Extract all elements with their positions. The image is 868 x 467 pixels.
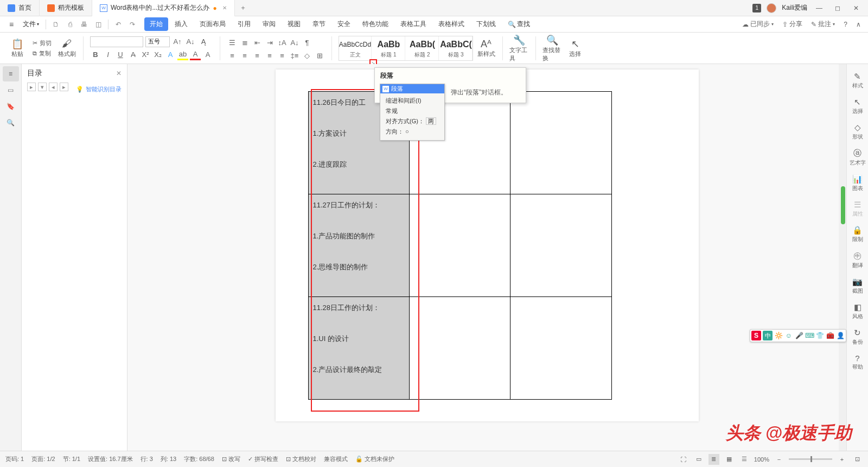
new-style-button[interactable]: Aᴬ新样式: [476, 38, 496, 58]
status-row[interactable]: 行: 3: [141, 455, 153, 463]
search-nav-button[interactable]: 🔍: [3, 115, 19, 130]
status-protect[interactable]: 🔓 文档未保护: [355, 455, 394, 463]
clear-format-icon[interactable]: Ą: [198, 36, 209, 47]
status-spell[interactable]: ✓ 拼写检查: [248, 455, 278, 463]
status-col[interactable]: 列: 13: [161, 455, 176, 463]
tab-start[interactable]: 开始: [144, 17, 168, 31]
rtool-help[interactable]: ?帮助: [850, 351, 866, 373]
notification-badge[interactable]: 1: [752, 4, 761, 12]
select-button[interactable]: ↖选择: [565, 38, 585, 58]
maximize-button[interactable]: ◻: [831, 2, 844, 15]
align-center-button[interactable]: ≡: [239, 51, 250, 61]
rtool-property[interactable]: ☰属性: [850, 198, 866, 220]
search-label[interactable]: 查找: [517, 20, 530, 29]
file-menu[interactable]: 文件▾: [20, 20, 42, 29]
tab-insert[interactable]: 插入: [169, 17, 193, 31]
scrollbar[interactable]: [839, 64, 846, 451]
reading-view-button[interactable]: ▭: [693, 454, 704, 465]
increase-font-icon[interactable]: A↑: [172, 36, 183, 47]
style-heading3[interactable]: AaBbC(标题 3: [440, 36, 473, 60]
ime-skin-icon[interactable]: 👕: [815, 331, 824, 340]
status-page[interactable]: 页码: 1: [5, 455, 24, 463]
underline-button[interactable]: U: [115, 49, 126, 60]
table-cell[interactable]: [510, 92, 611, 194]
copy-button[interactable]: ⧉复制: [30, 49, 54, 58]
italic-button[interactable]: I: [103, 49, 113, 60]
close-icon[interactable]: ✕: [222, 5, 227, 11]
numbering-button[interactable]: ≣: [239, 37, 250, 48]
close-window-button[interactable]: ✕: [850, 2, 863, 15]
table-cell[interactable]: [510, 194, 611, 297]
text-effect-button[interactable]: A: [165, 49, 176, 60]
show-marks-button[interactable]: ¶: [302, 37, 312, 48]
status-revise[interactable]: ⊡ 改写: [222, 455, 240, 463]
ime-toolbox-icon[interactable]: 🧰: [826, 331, 834, 340]
table-cell[interactable]: 11.28日工作的计划： 1.UI 的设计 2.产品设计最终的敲定: [308, 297, 409, 400]
text-tools-button[interactable]: 🔧文字工具: [509, 34, 529, 62]
zoom-slider[interactable]: [789, 458, 832, 460]
tab-layout[interactable]: 页面布局: [194, 17, 231, 31]
ime-punct-icon[interactable]: 🔆: [774, 331, 783, 340]
rtool-select[interactable]: ↖选择: [850, 95, 866, 117]
table-row[interactable]: 11.27日工作的计划： 1.产品功能图的制作 2.思维导图的制作: [308, 194, 611, 297]
sogou-icon[interactable]: S: [751, 331, 761, 340]
undo-icon[interactable]: ↶: [112, 18, 125, 31]
paste-button[interactable]: 📋粘贴: [8, 38, 27, 58]
align-left-button[interactable]: ≡: [227, 51, 238, 61]
status-compat[interactable]: 兼容模式: [324, 455, 348, 463]
ime-toolbar[interactable]: S 中 🔆 ☺ 🎤 ⌨ 👕 🧰 👤: [750, 329, 846, 342]
ime-user-icon[interactable]: 👤: [836, 331, 845, 340]
distribute-button[interactable]: ≡: [277, 51, 288, 61]
cut-button[interactable]: ✂剪切: [30, 39, 54, 48]
print-layout-button[interactable]: ≣: [709, 454, 719, 465]
help-icon[interactable]: ?: [841, 21, 850, 28]
increase-indent-button[interactable]: ⇥: [264, 37, 275, 48]
tab-review[interactable]: 审阅: [257, 17, 281, 31]
tab-table-tools[interactable]: 表格工具: [395, 17, 432, 31]
rtool-translate[interactable]: ㊥翻译: [850, 249, 866, 272]
zoom-in-button[interactable]: +: [837, 454, 847, 465]
sort-button[interactable]: A↓: [289, 37, 300, 48]
text-direction-button[interactable]: ↕A: [277, 37, 288, 48]
table-cell[interactable]: [510, 297, 611, 400]
style-heading2[interactable]: AaBb(标题 2: [406, 36, 439, 60]
outline-nav-button[interactable]: ≡: [3, 66, 19, 81]
minimize-button[interactable]: —: [813, 2, 826, 15]
search-icon[interactable]: 🔍: [508, 21, 516, 28]
style-heading1[interactable]: AaBb标题 1: [373, 36, 405, 60]
char-shading-button[interactable]: A: [202, 49, 213, 60]
preview-icon[interactable]: ◫: [92, 18, 105, 31]
format-painter-button[interactable]: 🖌格式刷: [57, 38, 76, 58]
share-button[interactable]: ⇪分享: [780, 20, 805, 29]
bookmark-nav-button[interactable]: 🔖: [3, 99, 19, 114]
font-color-button[interactable]: A: [190, 49, 201, 60]
criticize-button[interactable]: ✎批注▾: [808, 20, 838, 29]
decrease-font-icon[interactable]: A↓: [185, 36, 196, 47]
redo-icon[interactable]: ↷: [126, 18, 139, 31]
rtool-chart[interactable]: 📊图表: [850, 172, 866, 194]
zoom-level[interactable]: 100%: [754, 456, 769, 463]
rtool-theme[interactable]: ◧风格: [850, 300, 866, 323]
rtool-screenshot[interactable]: 📷截图: [850, 275, 866, 297]
status-section[interactable]: 节: 1/1: [63, 455, 80, 463]
table-cell[interactable]: [409, 297, 510, 400]
rtool-wordart[interactable]: ⓐ艺术字: [850, 146, 866, 169]
new-tab-button[interactable]: ＋: [235, 3, 251, 12]
toc-expand-button[interactable]: ▸: [27, 83, 36, 91]
subscript-button[interactable]: X₂: [152, 49, 163, 60]
rtool-shape[interactable]: ◇形状: [850, 121, 866, 143]
tab-section[interactable]: 章节: [307, 17, 331, 31]
sync-status[interactable]: ☁已同步▾: [739, 20, 776, 29]
table-row[interactable]: 11.26日今日的工 1.方案设计 2.进度跟踪: [308, 92, 611, 194]
strikethrough-button[interactable]: A̶: [127, 49, 138, 60]
ime-lang-button[interactable]: 中: [763, 331, 773, 340]
tab-references[interactable]: 引用: [232, 17, 256, 31]
ime-voice-icon[interactable]: 🎤: [795, 331, 803, 340]
print-icon[interactable]: 🖶: [78, 18, 91, 31]
style-normal[interactable]: AaBbCcDd正文: [339, 36, 372, 60]
table-row[interactable]: 11.28日工作的计划： 1.UI 的设计 2.产品设计最终的敲定: [308, 297, 611, 400]
borders-button[interactable]: ⊞: [314, 51, 325, 61]
zoom-out-button[interactable]: −: [774, 454, 784, 465]
shading-button[interactable]: ◇: [302, 51, 312, 61]
fit-button[interactable]: ⊡: [852, 454, 863, 465]
